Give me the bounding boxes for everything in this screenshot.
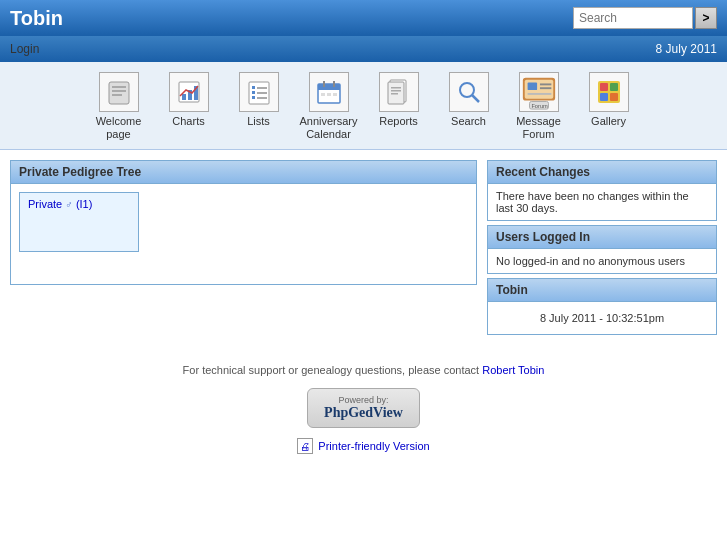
svg-rect-31 bbox=[527, 83, 537, 91]
search-nav-icon bbox=[449, 72, 489, 112]
nav-gallery[interactable]: Gallery bbox=[579, 72, 639, 128]
footer: For technical support or genealogy quest… bbox=[0, 349, 727, 464]
svg-rect-41 bbox=[610, 93, 618, 101]
svg-rect-39 bbox=[610, 83, 618, 91]
nav-charts[interactable]: Charts bbox=[159, 72, 219, 128]
tobin-section-body: 8 July 2011 - 10:32:51pm bbox=[488, 302, 716, 334]
svg-rect-9 bbox=[252, 86, 255, 89]
svg-rect-38 bbox=[600, 83, 608, 91]
nav-welcome[interactable]: Welcomepage bbox=[89, 72, 149, 141]
svg-rect-11 bbox=[252, 91, 255, 94]
recent-changes-body: There have been no changes within the la… bbox=[488, 184, 716, 220]
svg-rect-3 bbox=[112, 94, 122, 96]
svg-rect-17 bbox=[323, 81, 325, 87]
site-title: Tobin bbox=[10, 7, 63, 30]
header: Tobin > bbox=[0, 0, 727, 36]
svg-rect-1 bbox=[112, 86, 126, 88]
welcome-icon bbox=[99, 72, 139, 112]
tobin-section-title: Tobin bbox=[488, 279, 716, 302]
svg-rect-2 bbox=[112, 90, 126, 92]
welcome-label: Welcomepage bbox=[96, 115, 142, 141]
svg-rect-33 bbox=[539, 87, 550, 89]
anniversary-icon bbox=[309, 72, 349, 112]
footer-contact-link[interactable]: Robert Tobin bbox=[482, 364, 544, 376]
printer-friendly-link[interactable]: 🖨 Printer-friendly Version bbox=[10, 438, 717, 454]
message-label: MessageForum bbox=[516, 115, 561, 141]
nav-anniversary[interactable]: AnniversaryCalendar bbox=[299, 72, 359, 141]
svg-text:Forum: Forum bbox=[531, 103, 548, 109]
pedigree-entry[interactable]: Private ♂ (I1) bbox=[19, 192, 139, 252]
svg-rect-25 bbox=[391, 90, 401, 92]
users-logged-in-title: Users Logged In bbox=[488, 226, 716, 249]
printer-label: Printer-friendly Version bbox=[318, 440, 429, 452]
left-panel: Private Pedigree Tree Private ♂ (I1) bbox=[10, 160, 477, 285]
svg-rect-5 bbox=[182, 94, 186, 100]
left-panel-body: Private ♂ (I1) bbox=[11, 184, 476, 284]
nav-items: Welcomepage Charts bbox=[89, 72, 639, 141]
powered-by-badge[interactable]: Powered by: PhpGedView bbox=[307, 388, 420, 428]
charts-icon bbox=[169, 72, 209, 112]
reports-label: Reports bbox=[379, 115, 418, 128]
search-input[interactable] bbox=[573, 7, 693, 29]
search-area: > bbox=[573, 7, 717, 29]
nav-search[interactable]: Search bbox=[439, 72, 499, 128]
login-bar: Login 8 July 2011 bbox=[0, 36, 727, 62]
gallery-label: Gallery bbox=[591, 115, 626, 128]
anniversary-label: AnniversaryCalendar bbox=[299, 115, 357, 141]
svg-rect-34 bbox=[527, 93, 551, 95]
svg-rect-26 bbox=[391, 93, 398, 95]
powered-by-name: PhpGedView bbox=[324, 405, 403, 421]
powered-by-label: Powered by: bbox=[324, 395, 403, 405]
svg-line-28 bbox=[472, 95, 479, 102]
svg-rect-24 bbox=[391, 87, 401, 89]
nav-reports[interactable]: Reports bbox=[369, 72, 429, 128]
gender-icon: ♂ bbox=[65, 199, 73, 210]
svg-rect-21 bbox=[333, 93, 337, 96]
nav-bar: Welcomepage Charts bbox=[0, 62, 727, 150]
nav-lists[interactable]: Lists bbox=[229, 72, 289, 128]
login-link[interactable]: Login bbox=[10, 42, 39, 56]
lists-icon bbox=[239, 72, 279, 112]
pedigree-name: Private ♂ (I1) bbox=[28, 198, 92, 210]
recent-changes-section: Recent Changes There have been no change… bbox=[487, 160, 717, 221]
svg-rect-16 bbox=[318, 84, 340, 90]
tobin-section: Tobin 8 July 2011 - 10:32:51pm bbox=[487, 278, 717, 335]
search-nav-label: Search bbox=[451, 115, 486, 128]
right-panel: Recent Changes There have been no change… bbox=[487, 160, 717, 339]
svg-rect-14 bbox=[257, 97, 267, 99]
printer-icon: 🖨 bbox=[297, 438, 313, 454]
gallery-icon bbox=[589, 72, 629, 112]
svg-rect-12 bbox=[257, 92, 267, 94]
svg-rect-19 bbox=[321, 93, 325, 96]
main-content: Private Pedigree Tree Private ♂ (I1) Rec… bbox=[0, 150, 727, 349]
recent-changes-title: Recent Changes bbox=[488, 161, 716, 184]
svg-rect-32 bbox=[539, 83, 550, 85]
users-logged-in-section: Users Logged In No logged-in and no anon… bbox=[487, 225, 717, 274]
search-button[interactable]: > bbox=[695, 7, 717, 29]
svg-rect-18 bbox=[333, 81, 335, 87]
message-icon: Forum bbox=[519, 72, 559, 112]
svg-rect-40 bbox=[600, 93, 608, 101]
users-logged-in-body: No logged-in and no anonymous users bbox=[488, 249, 716, 273]
svg-rect-10 bbox=[257, 87, 267, 89]
header-date: 8 July 2011 bbox=[656, 42, 717, 56]
svg-point-27 bbox=[460, 83, 474, 97]
nav-message[interactable]: Forum MessageForum bbox=[509, 72, 569, 141]
lists-label: Lists bbox=[247, 115, 270, 128]
tobin-datetime: 8 July 2011 - 10:32:51pm bbox=[540, 312, 664, 324]
svg-rect-0 bbox=[109, 82, 129, 104]
svg-rect-13 bbox=[252, 96, 255, 99]
reports-icon bbox=[379, 72, 419, 112]
charts-label: Charts bbox=[172, 115, 204, 128]
left-panel-title: Private Pedigree Tree bbox=[11, 161, 476, 184]
footer-support-text: For technical support or genealogy quest… bbox=[10, 364, 717, 376]
svg-rect-20 bbox=[327, 93, 331, 96]
